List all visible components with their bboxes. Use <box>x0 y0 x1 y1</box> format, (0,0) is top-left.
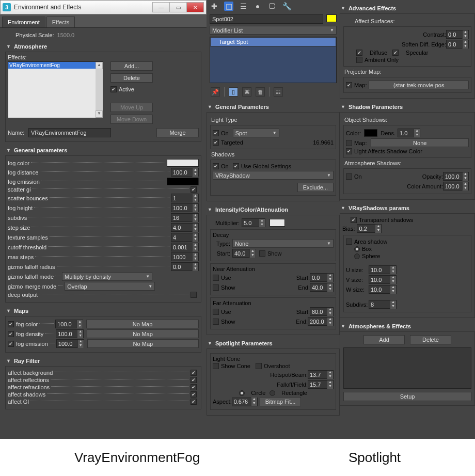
rollout-atmosphere[interactable]: ▼Atmosphere <box>5 41 201 52</box>
aspect-spinner[interactable]: ▲▼ <box>232 398 258 406</box>
maximize-button[interactable]: ▭ <box>169 2 187 12</box>
near-end-spinner[interactable]: ▲▼ <box>310 283 334 292</box>
map-fogdensity-checkbox[interactable] <box>8 331 14 337</box>
scrollbar[interactable]: ▲▼ <box>96 62 103 118</box>
sphere-radio[interactable] <box>354 253 360 259</box>
delete-button[interactable]: Delete <box>110 73 153 83</box>
falloff-spinner[interactable]: ▲▼ <box>308 380 334 389</box>
rectangle-radio[interactable] <box>270 390 275 396</box>
usize-spinner[interactable]: ▲▼ <box>369 265 397 274</box>
rollout-atmo-effects[interactable]: ▼Atmospheres & Effects <box>340 321 475 332</box>
light-on-checkbox[interactable] <box>213 130 219 136</box>
modifier-stack[interactable]: Target Spot <box>210 37 337 83</box>
display-icon[interactable]: 🖵 <box>267 2 277 11</box>
modifier-stack-item[interactable]: Target Spot <box>210 37 336 46</box>
rollout-maps[interactable]: ▼Maps <box>5 306 201 316</box>
subdivs-spinner[interactable]: ▲▼ <box>171 213 199 222</box>
far-show-checkbox[interactable] <box>213 319 219 325</box>
soften-spinner[interactable]: ▲▼ <box>446 40 469 49</box>
shadows-on-checkbox[interactable] <box>213 163 219 169</box>
fog-distance-spinner[interactable]: ▲▼ <box>171 168 199 177</box>
gizmo-merge-dropdown[interactable]: Overlap▼ <box>65 282 155 291</box>
utilities-icon[interactable]: 🔧 <box>282 2 291 11</box>
rollout-vrayshadows[interactable]: ▼VRayShadows params <box>340 203 475 214</box>
contrast-spinner[interactable]: ▲▼ <box>446 30 469 39</box>
object-name-input[interactable] <box>210 14 323 24</box>
overshoot-checkbox[interactable] <box>256 363 262 369</box>
map-fogemission-spinner[interactable]: ▲▼ <box>56 339 84 348</box>
scatter-bounces-spinner[interactable]: ▲▼ <box>171 194 199 202</box>
specular-checkbox[interactable] <box>392 50 399 56</box>
multiplier-spinner[interactable]: ▲▼ <box>242 218 265 227</box>
atmo-coloramt-spinner[interactable]: ▲▼ <box>443 182 469 191</box>
vsize-spinner[interactable]: ▲▼ <box>369 275 397 284</box>
tab-effects[interactable]: Effects <box>46 17 75 27</box>
rollout-adv-effects[interactable]: ▼Advanced Effects <box>340 3 475 14</box>
hierarchy-icon[interactable]: ☰ <box>239 2 248 11</box>
area-shadow-checkbox[interactable] <box>346 239 352 245</box>
vs-subdivs-spinner[interactable]: ▲▼ <box>369 300 397 309</box>
ambient-checkbox[interactable] <box>356 57 362 63</box>
effects-listbox[interactable]: VRayEnvironmentFog ▲▼ <box>8 61 103 118</box>
fog-emission-swatch[interactable] <box>167 178 199 185</box>
rollout-shadow-params[interactable]: ▼Shadow Parameters <box>340 102 475 113</box>
light-type-dropdown[interactable]: Spot▼ <box>233 129 279 137</box>
show-end-result-icon[interactable]: ▯ <box>229 87 238 97</box>
active-checkbox[interactable] <box>110 86 117 92</box>
ae-listbox[interactable] <box>343 347 471 389</box>
near-start-spinner[interactable]: ▲▼ <box>310 273 334 282</box>
use-global-checkbox[interactable] <box>233 163 239 169</box>
map-fogcolor-checkbox[interactable] <box>8 321 14 327</box>
box-radio[interactable] <box>354 246 360 252</box>
object-color-swatch[interactable] <box>326 14 337 22</box>
near-show-checkbox[interactable] <box>213 284 219 291</box>
make-unique-icon[interactable]: ⌘ <box>242 87 251 97</box>
diffuse-checkbox[interactable] <box>356 50 362 56</box>
rollout-spotlight[interactable]: ▼Spotlight Parameters <box>207 338 340 349</box>
decay-start-spinner[interactable]: ▲▼ <box>232 249 256 258</box>
rf-background-checkbox[interactable] <box>191 370 197 376</box>
motion-icon[interactable]: ● <box>253 2 262 11</box>
targeted-checkbox[interactable] <box>213 139 219 146</box>
modifier-list-dropdown[interactable]: Modifier List▼ <box>210 26 337 35</box>
remove-modifier-icon[interactable]: 🗑 <box>256 87 265 97</box>
movedown-button[interactable]: Move Down <box>110 115 153 124</box>
fog-color-swatch[interactable] <box>167 159 199 167</box>
merge-button[interactable]: Merge <box>156 128 199 137</box>
atmo-opacity-spinner[interactable]: ▲▼ <box>443 172 469 181</box>
rf-reflections-checkbox[interactable] <box>191 377 197 383</box>
trans-shadows-checkbox[interactable] <box>351 217 357 223</box>
scatter-gi-checkbox[interactable] <box>191 186 197 193</box>
gizmo-falloff-dropdown[interactable]: Multiply by density▼ <box>62 272 152 281</box>
rollout-rayfilter[interactable]: ▼Ray Filter <box>5 356 201 367</box>
map-fogemission-button[interactable]: No Map <box>87 339 199 348</box>
decay-type-dropdown[interactable]: None▼ <box>232 239 334 248</box>
bitmap-fit-button[interactable]: Bitmap Fit... <box>260 397 302 406</box>
shadow-type-dropdown[interactable]: VRayShadow▼ <box>213 171 334 180</box>
hotspot-spinner[interactable]: ▲▼ <box>308 370 334 379</box>
rollout-light-general[interactable]: ▼General Parameters <box>207 102 340 113</box>
showcone-checkbox[interactable] <box>213 363 219 369</box>
map-fogemission-checkbox[interactable] <box>8 341 14 347</box>
wsize-spinner[interactable]: ▲▼ <box>369 285 397 294</box>
ae-add-button[interactable]: Add <box>363 335 405 344</box>
shadow-color-swatch[interactable] <box>364 129 377 137</box>
close-button[interactable]: ✕ <box>186 2 204 12</box>
far-use-checkbox[interactable] <box>213 309 219 315</box>
ae-setup-button[interactable]: Setup <box>343 392 471 401</box>
name-input[interactable] <box>28 128 111 137</box>
map-fogdensity-button[interactable]: No Map <box>87 329 199 338</box>
pin-icon[interactable]: 📌 <box>211 87 220 97</box>
light-color-swatch[interactable] <box>270 219 285 227</box>
far-start-spinner[interactable]: ▲▼ <box>310 307 334 316</box>
create-icon[interactable]: ✚ <box>210 2 219 11</box>
modify-icon[interactable]: ◫ <box>224 2 233 11</box>
rf-refractions-checkbox[interactable] <box>191 384 197 390</box>
shadow-map-checkbox[interactable] <box>346 140 352 146</box>
projmap-button[interactable]: (star-trek-movie-pos <box>369 81 469 89</box>
exclude-button[interactable]: Exclude... <box>297 183 334 192</box>
fog-height-spinner[interactable]: ▲▼ <box>171 203 199 212</box>
bias-spinner[interactable]: ▲▼ <box>357 224 382 233</box>
step-size-spinner[interactable]: ▲▼ <box>171 223 199 232</box>
circle-radio[interactable] <box>239 390 245 396</box>
